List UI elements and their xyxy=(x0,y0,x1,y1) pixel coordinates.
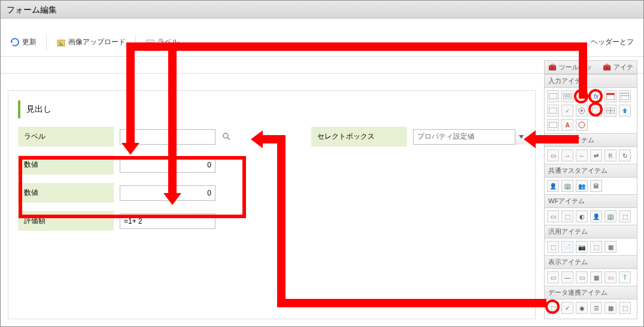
link1-icon[interactable]: ⬚ xyxy=(547,302,559,314)
grid-icon[interactable] xyxy=(604,105,616,117)
svg-rect-10 xyxy=(621,93,629,100)
color-icon[interactable] xyxy=(547,119,559,131)
gen1-icon[interactable]: ⬚ xyxy=(547,241,559,253)
link6-icon[interactable]: ⬚ xyxy=(619,302,631,314)
disp4-icon[interactable]: ▦ xyxy=(590,271,602,283)
toolkit-tab[interactable]: 🧰 ツールキッ 🧰 アイテ xyxy=(545,61,637,74)
field-label: ラベル xyxy=(18,127,114,146)
link4-icon[interactable]: ☰ xyxy=(590,302,602,314)
annotation-line xyxy=(534,135,579,143)
copy-icon[interactable]: ⎘ xyxy=(604,149,616,161)
form-row-number-2: 数値 xyxy=(18,183,525,203)
wf6-icon[interactable]: ⬚ xyxy=(619,210,631,222)
wf2-icon[interactable]: ⬚ xyxy=(561,210,573,222)
field-label: 評価額 xyxy=(18,211,114,231)
dept-icon[interactable]: 🏛 xyxy=(590,180,602,192)
form-row-formula: 評価額 xyxy=(18,211,525,231)
svg-rect-15 xyxy=(592,108,600,114)
text-icon[interactable]: T xyxy=(619,271,631,283)
annotation-arrowhead xyxy=(251,130,263,148)
radio-icon[interactable] xyxy=(576,105,588,117)
disp1-icon[interactable]: ▭ xyxy=(547,271,559,283)
tool-panel: 🧰 ツールキッ 🧰 アイテ 入力アイテム .00 fx ✓ A ボタンアイテム xyxy=(544,60,637,319)
svg-point-1 xyxy=(59,41,61,43)
checkbox-icon[interactable]: ✓ xyxy=(561,105,573,117)
select-box[interactable]: プロパティ設定値 xyxy=(413,129,527,145)
svg-point-14 xyxy=(581,109,583,112)
wf1-icon[interactable]: ▭ xyxy=(547,210,559,222)
text-field-icon[interactable] xyxy=(547,90,559,102)
form-canvas: 見出し ラベル セレクトボックス プロパティ設定値 数値 xyxy=(8,90,536,319)
svg-point-20 xyxy=(579,122,585,128)
svg-rect-12 xyxy=(549,108,557,114)
section-link-items[interactable]: データ連携アイテム xyxy=(545,286,637,300)
disp3-icon[interactable]: ▭ xyxy=(576,271,588,283)
org-icon[interactable]: 👥 xyxy=(576,180,588,192)
refresh-icon xyxy=(10,38,20,47)
refresh-btn-icon[interactable]: ↻ xyxy=(619,149,631,161)
calendar-icon[interactable] xyxy=(619,90,631,102)
formula-input[interactable] xyxy=(120,213,215,229)
date-icon[interactable] xyxy=(604,90,616,102)
wf5-icon[interactable]: 🏢 xyxy=(604,210,616,222)
button-icon[interactable]: ▭ xyxy=(547,149,559,161)
section-heading[interactable]: 見出し xyxy=(18,100,525,118)
header-footer-button[interactable]: ヘッダーとフ xyxy=(586,35,639,50)
annotation-line xyxy=(168,42,177,194)
gen5-icon[interactable]: ▦ xyxy=(604,241,616,253)
link5-icon[interactable]: ▦ xyxy=(604,302,616,314)
toolbox-icon: 🧰 xyxy=(603,63,611,71)
function-icon[interactable]: fx xyxy=(590,90,602,102)
window-title: フォーム編集 xyxy=(1,1,643,19)
link3-icon[interactable]: ◉ xyxy=(576,302,588,314)
image-upload-button[interactable]: 画像アップロード xyxy=(51,35,130,50)
stamp-icon[interactable] xyxy=(576,119,588,131)
gen2-icon[interactable]: 📄 xyxy=(561,241,573,253)
section-input-items[interactable]: 入力アイテム xyxy=(545,74,637,88)
textarea-icon[interactable] xyxy=(561,90,573,102)
svg-rect-4 xyxy=(549,93,557,99)
back-next-icon[interactable]: ⇄ xyxy=(590,149,602,161)
annotation-arrowhead xyxy=(121,143,139,155)
search-icon[interactable] xyxy=(221,132,232,142)
annotation-line xyxy=(126,42,135,144)
annotation-arrowhead xyxy=(163,193,181,205)
refresh-button[interactable]: 更新 xyxy=(5,35,41,50)
list-icon[interactable] xyxy=(547,105,559,117)
annotation-arrowhead xyxy=(524,130,536,148)
richtext-icon[interactable]: A xyxy=(561,119,573,131)
field-label: 数値 xyxy=(18,155,114,175)
svg-rect-9 xyxy=(606,93,615,95)
user-icon[interactable]: 👤 xyxy=(547,180,559,192)
svg-point-21 xyxy=(223,133,228,138)
prev-icon[interactable]: ← xyxy=(576,149,588,161)
wf4-icon[interactable]: 👤 xyxy=(590,210,602,222)
annotation-line xyxy=(277,299,546,307)
annotation-line xyxy=(579,42,587,99)
section-wf-items[interactable]: WFアイテム xyxy=(545,194,637,208)
upload-icon xyxy=(56,38,66,47)
gen3-icon[interactable]: 📷 xyxy=(576,241,588,253)
svg-rect-19 xyxy=(549,122,557,128)
svg-line-22 xyxy=(227,137,230,140)
upload-field-icon[interactable] xyxy=(619,105,631,117)
toolbox-icon: 🧰 xyxy=(548,63,557,71)
link2-icon[interactable]: ✓ xyxy=(561,302,573,314)
annotation-line xyxy=(277,135,285,307)
separator-icon[interactable]: — xyxy=(561,271,573,283)
select-icon[interactable] xyxy=(590,105,602,117)
form-row-number-1: 数値 xyxy=(18,155,525,175)
section-generic-items[interactable]: 汎用アイテム xyxy=(545,225,637,239)
svg-rect-5 xyxy=(563,93,572,99)
section-display-items[interactable]: 表示アイテム xyxy=(545,255,637,269)
number-input-1[interactable] xyxy=(120,157,215,173)
disp5-icon[interactable]: ▭ xyxy=(604,271,616,283)
building-icon[interactable]: 🏢 xyxy=(561,180,573,192)
annotation-line xyxy=(126,42,587,51)
select-label: セレクトボックス xyxy=(311,127,407,146)
next-icon[interactable]: → xyxy=(561,149,573,161)
field-label: 数値 xyxy=(18,183,114,203)
gen4-icon[interactable]: ⬚ xyxy=(590,241,602,253)
wf3-icon[interactable]: ◐ xyxy=(576,210,588,222)
section-master-items[interactable]: 共通マスタアイテム xyxy=(545,164,637,178)
